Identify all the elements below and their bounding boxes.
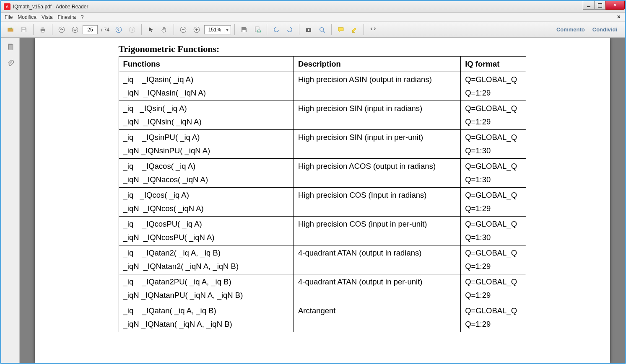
zoom-level-input[interactable] — [205, 27, 224, 33]
table-row: _iq _IQcos( _iq A)_iqN _IQNcos( _iqN A)H… — [119, 188, 526, 217]
header-description: Description — [294, 57, 461, 72]
separator — [174, 24, 174, 35]
zoom-out-button[interactable] — [177, 24, 189, 36]
zoom-level-select[interactable]: ▾ — [204, 25, 231, 34]
cell-description: 4-quadrant ATAN (output in radians) — [294, 245, 461, 274]
cell-description: High precision COS (Input in radians) — [294, 188, 461, 217]
page-down-button[interactable] — [69, 24, 81, 36]
document-view[interactable]: Trigonometric Functions: Functions Descr… — [20, 38, 625, 363]
cell-iqformat: Q=GLOBAL_QQ=1:29 — [461, 274, 526, 303]
table-row: _iq _IQatan2( _iq A, _iq B)_iqN _IQNatan… — [119, 245, 526, 274]
zoom-in-button[interactable] — [191, 24, 203, 36]
cell-functions: _iq _IQsinPU( _iq A)_iqN _IQNsinPU( _iqN… — [119, 130, 294, 159]
hand-tool-button[interactable] — [158, 24, 170, 36]
cell-functions: _iq _IQcosPU( _iq A)_iqN _IQNcosPU( _iqN… — [119, 217, 294, 245]
highlight-button[interactable] — [348, 24, 360, 36]
sticky-note-button[interactable] — [335, 24, 347, 36]
svg-rect-0 — [22, 27, 25, 29]
condividi-button[interactable]: Condividi — [592, 26, 617, 33]
cell-functions: _iq _IQsin( _iq A)_iqN _IQNsin( _iqN A) — [119, 101, 294, 130]
pdf-icon: A — [4, 3, 10, 10]
cell-iqformat: Q=GLOBAL_QQ=1:29 — [461, 303, 526, 332]
separator — [331, 24, 332, 35]
cell-iqformat: Q=GLOBAL_QQ=1:29 — [461, 72, 526, 101]
navigation-pane — [1, 38, 20, 363]
svg-rect-23 — [8, 44, 13, 50]
chevron-down-icon[interactable]: ▾ — [224, 27, 230, 33]
cell-iqformat: Q=GLOBAL_QQ=1:30 — [461, 130, 526, 159]
page-up-button[interactable] — [56, 24, 68, 36]
menu-help[interactable]: ? — [81, 14, 84, 20]
cell-description: 4-quadrant ATAN (output in per-unit) — [294, 274, 461, 303]
cell-description: High precision COS (input in per-unit) — [294, 217, 461, 245]
window-minimize-button[interactable] — [583, 1, 595, 10]
toolbar: / 74 ▾ — [1, 22, 625, 38]
rotate-cw-button[interactable] — [284, 24, 296, 36]
section-title: Trigonometric Functions: — [119, 44, 526, 54]
cell-functions: _iq _IQatan( _iq A, _iq B)_iqN _IQNatan(… — [119, 303, 294, 332]
separator — [364, 24, 364, 35]
separator — [141, 24, 142, 35]
window-close-button[interactable]: × — [605, 1, 625, 10]
table-row: _iq _IQsin( _iq A)_iqN _IQNsin( _iqN A)H… — [119, 101, 526, 130]
save-button[interactable] — [18, 24, 30, 36]
table-row: _iq _IQatan( _iq A, _iq B)_iqN _IQNatan(… — [119, 303, 526, 332]
separator — [267, 24, 267, 35]
nav-forward-button[interactable] — [126, 24, 138, 36]
svg-point-7 — [116, 27, 122, 33]
table-row: _iq _IQsinPU( _iq A)_iqN _IQNsinPU( _iqN… — [119, 130, 526, 159]
svg-line-20 — [323, 31, 325, 33]
svg-rect-3 — [42, 27, 44, 29]
window-title: IQmath_v15a.pdf - Adobe Reader — [13, 4, 88, 10]
page-number-input[interactable] — [83, 25, 98, 34]
cell-iqformat: Q=GLOBAL_QQ=1:29 — [461, 101, 526, 130]
convert-button[interactable] — [252, 24, 263, 36]
cell-iqformat: Q=GLOBAL_QQ=1:30 — [461, 159, 526, 188]
table-header-row: Functions Description IQ format — [119, 57, 526, 72]
find-button[interactable] — [316, 24, 328, 36]
header-functions: Functions — [119, 57, 294, 72]
separator — [234, 24, 235, 35]
commento-button[interactable]: Commento — [556, 26, 585, 33]
rotate-ccw-button[interactable] — [270, 24, 282, 36]
cell-description: High precision ASIN (output in radians) — [294, 72, 461, 101]
window-maximize-button[interactable] — [594, 1, 606, 10]
svg-rect-1 — [22, 30, 26, 32]
menu-modifica[interactable]: Modifica — [18, 14, 36, 20]
svg-point-8 — [129, 27, 135, 33]
header-iqformat: IQ format — [461, 57, 526, 72]
cell-functions: _iq _IQasin( _iq A)_iqN _IQNasin( _iqN A… — [119, 72, 294, 101]
snapshot-button[interactable] — [303, 24, 314, 36]
page-count: / 74 — [101, 27, 109, 33]
cell-iqformat: Q=GLOBAL_QQ=1:29 — [461, 188, 526, 217]
menu-vista[interactable]: Vista — [42, 14, 52, 20]
save-copy-button[interactable] — [238, 24, 250, 36]
menu-finestra[interactable]: Finestra — [58, 14, 76, 20]
print-button[interactable] — [37, 24, 49, 36]
svg-point-6 — [72, 27, 78, 33]
document-close-button[interactable]: × — [617, 13, 621, 20]
cell-description: High precision ACOS (output in radians) — [294, 159, 461, 188]
cell-iqformat: Q=GLOBAL_QQ=1:30 — [461, 217, 526, 245]
separator — [299, 24, 299, 35]
cell-functions: _iq _IQatan2PU( _iq A, _iq B)_iqN _IQNat… — [119, 274, 294, 303]
nav-back-button[interactable] — [113, 24, 125, 36]
separator — [52, 24, 52, 35]
functions-table: Functions Description IQ format _iq _IQa… — [119, 56, 526, 332]
table-row: _iq _IQcosPU( _iq A)_iqN _IQNcosPU( _iqN… — [119, 217, 526, 245]
open-file-button[interactable] — [5, 24, 16, 36]
pdf-page: Trigonometric Functions: Functions Descr… — [35, 38, 610, 363]
table-row: _iq _IQatan2PU( _iq A, _iq B)_iqN _IQNat… — [119, 274, 526, 303]
window-titlebar: A IQmath_v15a.pdf - Adobe Reader × — [1, 1, 625, 13]
menu-file[interactable]: File — [5, 14, 13, 20]
svg-rect-4 — [42, 31, 44, 32]
attachments-panel-button[interactable] — [5, 58, 16, 70]
svg-point-18 — [308, 29, 310, 31]
select-tool-button[interactable] — [145, 24, 157, 36]
separator — [33, 24, 34, 35]
svg-point-5 — [59, 27, 65, 33]
cell-description: High precision SIN (input in per-unit) — [294, 130, 461, 159]
svg-rect-14 — [242, 30, 246, 32]
read-mode-button[interactable] — [367, 24, 379, 36]
thumbnails-panel-button[interactable] — [5, 41, 16, 53]
